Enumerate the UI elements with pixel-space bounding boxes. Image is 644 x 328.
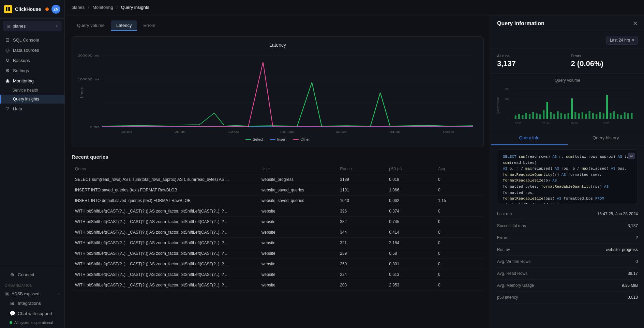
content-area: Query volume Latency Errors Latency bbox=[65, 15, 491, 328]
sidebar-item-help[interactable]: ? Help bbox=[0, 104, 64, 114]
sidebar-item-integrations[interactable]: ⊞ Integrations bbox=[5, 298, 60, 308]
mini-chart: Query volume 500 250 0 Query volume bbox=[491, 74, 644, 131]
sidebar-item-label: Help bbox=[13, 106, 22, 111]
svg-text:Latency: Latency bbox=[79, 87, 84, 98]
cell-runs: 3139 bbox=[336, 174, 386, 185]
table-row[interactable]: WITH bitShiftLeft(CAST(?..), _CAST(?.)) … bbox=[72, 227, 484, 238]
svg-rect-46 bbox=[585, 114, 587, 119]
cell-avg: 0 bbox=[435, 248, 484, 259]
chevron-right-icon: › bbox=[58, 292, 60, 296]
cell-p50: 0.374 bbox=[386, 206, 435, 217]
col-header-p50: p50 (s) bbox=[386, 164, 435, 174]
user-avatar[interactable]: ZN bbox=[51, 5, 60, 14]
svg-text:28. Jun: 28. Jun bbox=[542, 122, 551, 125]
table-row[interactable]: WITH bitShiftLeft(CAST(?..), _CAST(?.)) … bbox=[72, 280, 484, 291]
col-header-avg: Avg bbox=[435, 164, 484, 174]
table-row[interactable]: WITH bitShiftLeft(CAST(?..), _CAST(?.)) … bbox=[72, 238, 484, 248]
svg-rect-32 bbox=[536, 113, 538, 119]
query-info-tab-label: Query info bbox=[519, 135, 539, 140]
cell-user: website_progress bbox=[258, 174, 336, 185]
cell-query: WITH bitShiftLeft(CAST(?..), _CAST(?.)) … bbox=[72, 259, 258, 269]
sidebar-item-service-health[interactable]: Service health bbox=[0, 86, 64, 95]
table-row[interactable]: WITH bitShiftLeft(CAST(?..), _CAST(?.)) … bbox=[72, 269, 484, 280]
detail-value: 3,137 bbox=[628, 223, 638, 228]
breadcrumb-sep1: / bbox=[88, 5, 90, 10]
sidebar-item-backups[interactable]: ↻ Backups bbox=[0, 55, 64, 65]
logo-icon bbox=[4, 5, 12, 13]
right-panel: Query information ✕ Last 24 hrs ▾ All ru… bbox=[491, 15, 644, 328]
cell-user: website bbox=[258, 217, 336, 227]
svg-rect-1 bbox=[8, 7, 9, 11]
table-row[interactable]: SELECT sum(read_rows) AS r, sum(total_ro… bbox=[72, 174, 484, 185]
status-dot bbox=[10, 321, 12, 324]
sidebar-item-label: SQL Console bbox=[13, 37, 39, 43]
app-logo: ClickHouse bbox=[4, 5, 41, 13]
detail-value: 9.35 MiB bbox=[622, 283, 638, 288]
sidebar-item-chat-support[interactable]: 💬 Chat with support bbox=[5, 308, 60, 318]
data-sources-icon: ◎ bbox=[5, 47, 10, 53]
sidebar-item-settings[interactable]: ⚙ Settings bbox=[0, 65, 64, 76]
detail-label: Avg. Written Rows bbox=[497, 259, 530, 264]
cell-p50: 1.066 bbox=[386, 185, 435, 196]
svg-rect-45 bbox=[582, 112, 583, 119]
help-icon: ? bbox=[5, 106, 10, 111]
table-row[interactable]: INSERT INTO default.saved_queries (text)… bbox=[72, 196, 484, 206]
panel-tab-query-history[interactable]: Query history bbox=[568, 131, 644, 145]
table-row[interactable]: WITH bitShiftLeft(CAST(?..), _CAST(?.)) … bbox=[72, 259, 484, 269]
cell-user: website bbox=[258, 280, 336, 291]
svg-rect-44 bbox=[578, 113, 580, 119]
panel-tab-query-info[interactable]: Query info bbox=[491, 131, 568, 145]
table-row[interactable]: WITH bitShiftLeft(CAST(?..), _CAST(?.)) … bbox=[72, 217, 484, 227]
detail-value: 2 bbox=[635, 235, 638, 240]
connect-icon: ⊕ bbox=[10, 272, 15, 277]
cell-query: WITH bitShiftLeft(CAST(?..), _CAST(?.)) … bbox=[72, 238, 258, 248]
sidebar-item-query-insights[interactable]: Query insights bbox=[0, 95, 64, 104]
org-name-item[interactable]: ▣ ADSB.exposed › bbox=[5, 290, 60, 298]
detail-row: Last run 16:47:25, Jun 28 2024 bbox=[497, 208, 638, 220]
sidebar-item-connect[interactable]: ⊕ Connect bbox=[5, 269, 60, 280]
time-selector[interactable]: Last 24 hrs ▾ bbox=[606, 36, 638, 45]
chat-support-label: Chat with support bbox=[18, 311, 52, 316]
cell-p50: 0.062 bbox=[386, 196, 435, 206]
tab-latency[interactable]: Latency bbox=[111, 20, 137, 31]
table-row[interactable]: WITH bitShiftLeft(CAST(?..), _CAST(?.)) … bbox=[72, 206, 484, 217]
chat-icon: 💬 bbox=[10, 311, 15, 316]
panel-tabs: Query info Query history bbox=[491, 131, 644, 145]
svg-rect-42 bbox=[571, 98, 573, 119]
chart-legend: Select Insert Other bbox=[77, 137, 478, 141]
svg-rect-37 bbox=[553, 114, 555, 119]
stat-errors: Errors 2 (0.06%) bbox=[571, 54, 638, 68]
tab-errors[interactable]: Errors bbox=[138, 20, 161, 31]
legend-dot-select bbox=[245, 139, 251, 140]
svg-rect-51 bbox=[603, 113, 604, 119]
svg-rect-50 bbox=[599, 112, 601, 119]
tab-query-volume[interactable]: Query volume bbox=[72, 20, 110, 31]
detail-row: Successful runs 3,137 bbox=[497, 220, 638, 232]
svg-rect-53 bbox=[610, 113, 611, 119]
system-status: All systems operational bbox=[5, 318, 60, 325]
cell-p50: 2.953 bbox=[386, 280, 435, 291]
svg-rect-2 bbox=[9, 7, 10, 11]
copy-button[interactable]: ⧉ bbox=[628, 153, 635, 159]
detail-row: Avg. Written Rows 0 bbox=[497, 256, 638, 268]
cell-runs: 224 bbox=[336, 269, 386, 280]
detail-value: 0.018 bbox=[628, 295, 638, 300]
sidebar-item-sql-console[interactable]: ⊡ SQL Console bbox=[0, 35, 64, 45]
sidebar-item-monitoring[interactable]: ◉ Monitoring bbox=[0, 76, 64, 86]
detail-value: 0 bbox=[635, 259, 638, 264]
sidebar-item-data-sources[interactable]: ◎ Data sources bbox=[0, 45, 64, 55]
cell-runs: 250 bbox=[336, 259, 386, 269]
stat-all-runs-value: 3,137 bbox=[497, 59, 564, 68]
close-button[interactable]: ✕ bbox=[633, 20, 638, 27]
detail-label: Avg. Read Rows bbox=[497, 271, 527, 276]
service-health-label: Service health bbox=[12, 88, 38, 93]
cell-runs: 344 bbox=[336, 227, 386, 238]
service-selector[interactable]: ▣ planes ▾ bbox=[3, 21, 62, 31]
svg-text:06:00: 06:00 bbox=[571, 122, 578, 125]
cell-p50: 0.414 bbox=[386, 227, 435, 238]
latency-chart: Latency 200000 ms 100000 ms 0 ms Latency bbox=[72, 36, 484, 147]
table-row[interactable]: WITH bitShiftLeft(CAST(?..), _CAST(?.)) … bbox=[72, 248, 484, 259]
col-header-runs[interactable]: Runs ↕ bbox=[336, 164, 386, 174]
table-row[interactable]: INSERT INTO saved_queries (text) FORMAT … bbox=[72, 185, 484, 196]
section-title: Recent queries bbox=[72, 154, 484, 160]
